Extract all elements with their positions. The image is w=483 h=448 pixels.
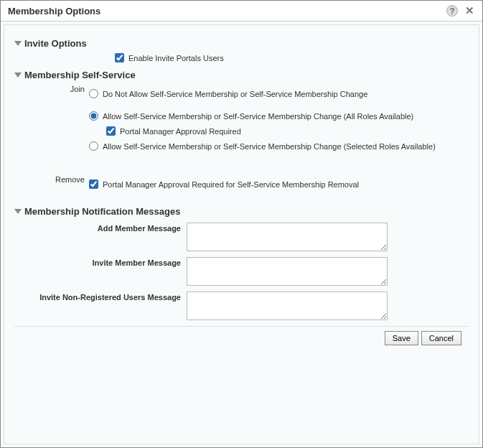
portal-manager-approval-checkbox[interactable]: [106, 126, 116, 136]
cancel-button[interactable]: Cancel: [421, 331, 461, 345]
membership-options-dialog: Membership Options ? ✕ Invite Options En…: [0, 0, 483, 448]
add-member-message-textarea[interactable]: [187, 223, 388, 251]
join-options: Do Not Allow Self-Service Membership or …: [89, 85, 469, 155]
join-radio-none[interactable]: [89, 89, 98, 98]
enable-invite-label[interactable]: Enable Invite Portals Users: [128, 54, 224, 62]
remove-row: Remove Portal Manager Approval Required …: [14, 175, 469, 193]
join-radio-all[interactable]: [89, 111, 98, 121]
invite-member-message-textarea[interactable]: [187, 257, 388, 286]
remove-approval-checkbox[interactable]: [89, 179, 98, 189]
dialog-footer: Save Cancel: [14, 326, 469, 350]
dialog-header: Membership Options ? ✕: [1, 1, 482, 22]
join-label-none[interactable]: Do Not Allow Self-Service Membership or …: [103, 90, 367, 98]
join-row: Join Do Not Allow Self-Service Membershi…: [14, 85, 469, 155]
help-icon[interactable]: ?: [446, 5, 458, 17]
section-self-service-heading: Membership Self-Service: [24, 70, 136, 80]
header-icons: ? ✕: [446, 5, 475, 17]
dialog-body: Invite Options Enable Invite Portals Use…: [4, 24, 479, 444]
join-radio-selected[interactable]: [89, 141, 98, 151]
section-invite-heading: Invite Options: [24, 38, 87, 49]
invite-content: Enable Invite Portals Users: [115, 53, 469, 62]
remove-content: Portal Manager Approval Required for Sel…: [89, 175, 469, 193]
section-invite-options[interactable]: Invite Options: [14, 38, 469, 49]
invite-nonreg-message-textarea[interactable]: [187, 291, 388, 320]
dialog-title: Membership Options: [8, 6, 446, 17]
enable-invite-row: Enable Invite Portals Users: [115, 53, 469, 62]
section-notifications[interactable]: Membership Notification Messages: [14, 206, 469, 217]
add-member-message-row: Add Member Message: [14, 223, 469, 251]
join-option-none: Do Not Allow Self-Service Membership or …: [89, 89, 469, 98]
enable-invite-checkbox[interactable]: [115, 53, 124, 62]
join-option-all: Allow Self-Service Membership or Self-Se…: [89, 111, 469, 121]
disclosure-icon: [14, 41, 22, 46]
disclosure-icon: [14, 73, 22, 78]
section-self-service[interactable]: Membership Self-Service: [14, 70, 469, 80]
add-member-message-label: Add Member Message: [14, 223, 187, 233]
join-all-sub: Portal Manager Approval Required: [106, 126, 469, 136]
disclosure-icon: [14, 209, 22, 214]
invite-nonreg-message-label: Invite Non-Registered Users Message: [14, 291, 187, 302]
join-label-all[interactable]: Allow Self-Service Membership or Self-Se…: [103, 112, 413, 121]
close-icon[interactable]: ✕: [464, 5, 475, 17]
remove-approval-label[interactable]: Portal Manager Approval Required for Sel…: [103, 180, 359, 189]
remove-label: Remove: [17, 175, 89, 184]
join-label: Join: [17, 85, 89, 93]
section-notifications-heading: Membership Notification Messages: [24, 206, 180, 217]
portal-manager-approval-label[interactable]: Portal Manager Approval Required: [120, 127, 241, 136]
save-button[interactable]: Save: [385, 331, 418, 345]
join-option-selected: Allow Self-Service Membership or Self-Se…: [89, 141, 469, 151]
invite-nonreg-message-row: Invite Non-Registered Users Message: [14, 291, 469, 320]
invite-member-message-label: Invite Member Message: [14, 257, 187, 267]
join-label-selected[interactable]: Allow Self-Service Membership or Self-Se…: [103, 142, 436, 151]
invite-member-message-row: Invite Member Message: [14, 257, 469, 286]
remove-approval-row: Portal Manager Approval Required for Sel…: [89, 179, 469, 189]
